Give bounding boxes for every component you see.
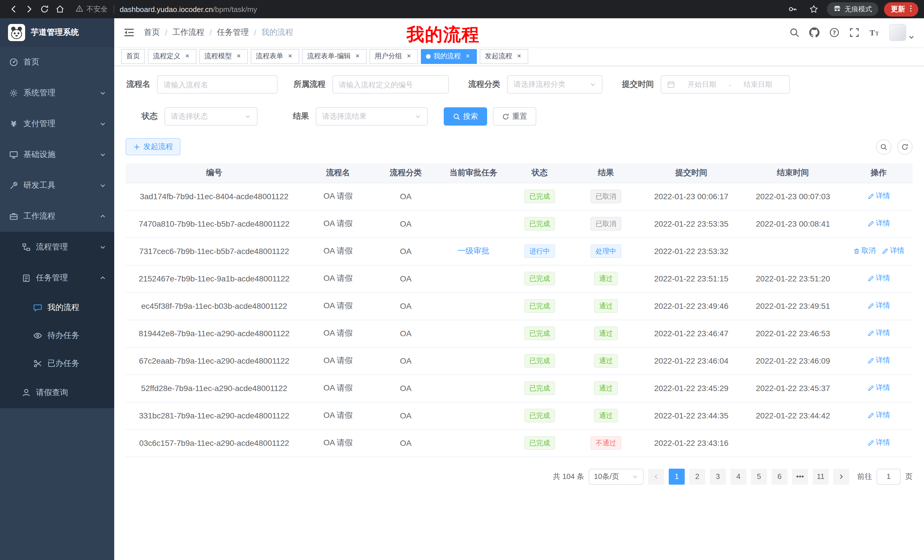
- sidebar-fold-icon[interactable]: [123, 27, 135, 38]
- show-search-toggle-icon[interactable]: [876, 139, 891, 154]
- tab-我的流程[interactable]: 我的流程×: [421, 49, 477, 64]
- page-button-3[interactable]: 3: [710, 469, 726, 484]
- page-button-5[interactable]: 5: [751, 469, 767, 484]
- sidebar-item-payment[interactable]: ¥支付管理: [0, 108, 114, 139]
- page-button-1[interactable]: 1: [669, 469, 685, 484]
- search-button[interactable]: 搜索: [444, 107, 487, 126]
- goto-page-input[interactable]: [877, 469, 901, 484]
- refresh-table-icon[interactable]: [897, 139, 913, 154]
- detail-link[interactable]: 详情: [867, 301, 890, 311]
- sidebar-item-my-process[interactable]: 我的流程: [0, 293, 114, 321]
- task-link[interactable]: 一级审批: [458, 246, 489, 255]
- close-icon[interactable]: ×: [405, 52, 413, 60]
- detail-link[interactable]: 详情: [867, 219, 890, 229]
- page-button-4[interactable]: 4: [730, 469, 746, 484]
- reload-icon[interactable]: [36, 1, 52, 17]
- page-buttons: 123456•••11: [648, 469, 849, 484]
- status-select[interactable]: 请选择状态: [165, 107, 258, 126]
- forward-icon[interactable]: [21, 1, 36, 17]
- sidebar-item-system[interactable]: 系统管理: [0, 78, 114, 108]
- category-select[interactable]: 请选择流程分类: [507, 75, 603, 94]
- update-chip[interactable]: 更新: [884, 2, 918, 16]
- detail-link[interactable]: 详情: [867, 383, 890, 393]
- eye-icon: [33, 331, 42, 340]
- chevron-down-icon: [99, 244, 106, 251]
- sidebar-item-task-mgmt[interactable]: 任务管理: [0, 263, 114, 293]
- app-logo[interactable]: 芋道管理系统: [0, 18, 114, 47]
- cell-id: 52ffd28e-7b9a-11ec-a290-acde48001122: [126, 374, 303, 402]
- bookmark-star-icon[interactable]: [806, 1, 821, 17]
- breadcrumb-separator: /: [254, 28, 256, 37]
- page-button-2[interactable]: 2: [689, 469, 705, 484]
- detail-link[interactable]: 详情: [867, 411, 890, 421]
- cell-task: 一级审批: [438, 238, 509, 265]
- detail-link[interactable]: 详情: [867, 192, 890, 201]
- reset-button[interactable]: 重置: [493, 107, 536, 126]
- tab-流程模型[interactable]: 流程模型×: [199, 49, 248, 64]
- chevron-up-icon: [99, 275, 106, 281]
- action-label: 详情: [876, 192, 890, 201]
- fullscreen-icon[interactable]: [849, 27, 860, 38]
- detail-link[interactable]: 详情: [882, 246, 904, 256]
- cell-id: 819442e8-7b9a-11ec-a290-acde48001122: [126, 320, 303, 347]
- sidebar-item-process-mgmt[interactable]: 流程管理: [0, 232, 114, 263]
- key-icon[interactable]: [784, 1, 800, 17]
- process-name-input[interactable]: [158, 75, 278, 94]
- breadcrumb-item[interactable]: 任务管理: [217, 27, 249, 38]
- chevron-down-icon: [415, 113, 422, 120]
- close-icon[interactable]: ×: [183, 52, 191, 60]
- close-icon[interactable]: ×: [235, 52, 243, 60]
- back-icon[interactable]: [6, 1, 21, 17]
- more-pages-button[interactable]: •••: [792, 469, 808, 484]
- create-process-button[interactable]: 发起流程: [126, 138, 180, 155]
- detail-link[interactable]: 详情: [867, 274, 890, 283]
- tab-发起流程[interactable]: 发起流程×: [480, 49, 528, 64]
- font-size-icon[interactable]: TT: [869, 27, 879, 38]
- detail-link[interactable]: 详情: [867, 356, 890, 365]
- breadcrumb-item[interactable]: 首页: [144, 27, 160, 38]
- tab-首页[interactable]: 首页: [121, 49, 145, 64]
- pencil-icon: [867, 412, 874, 419]
- svg-text:T: T: [870, 28, 875, 37]
- tab-流程表单[interactable]: 流程表单×: [251, 49, 299, 64]
- cell-category: OA: [374, 429, 438, 457]
- github-icon[interactable]: [809, 27, 819, 38]
- detail-link[interactable]: 详情: [867, 438, 890, 448]
- sidebar-item-infra[interactable]: 基础设施: [0, 139, 114, 170]
- close-icon[interactable]: ×: [354, 52, 362, 60]
- address-bar[interactable]: dashboard.yudao.iocoder.cn/bpm/task/my: [120, 5, 257, 13]
- sidebar-item-leave-query[interactable]: 请假查询: [0, 377, 114, 408]
- help-icon[interactable]: ?: [829, 27, 840, 38]
- search-icon[interactable]: [789, 27, 800, 38]
- cell-result: 已取消: [570, 183, 641, 210]
- sidebar-item-workflow[interactable]: 工作流程: [0, 201, 114, 232]
- user-menu[interactable]: [889, 24, 915, 41]
- cell-task: [438, 210, 509, 238]
- page-size-select[interactable]: 10条/页: [589, 469, 644, 484]
- tab-流程定义[interactable]: 流程定义×: [148, 49, 196, 64]
- detail-link[interactable]: 详情: [867, 328, 890, 338]
- result-select[interactable]: 请选择流结果: [316, 107, 428, 126]
- submit-time-range-picker[interactable]: 开始日期 - 结束日期: [661, 75, 790, 94]
- cancel-link[interactable]: 取消: [853, 246, 876, 256]
- prev-page-button[interactable]: [648, 469, 664, 484]
- next-page-button[interactable]: [833, 469, 849, 484]
- sidebar-item-todo-task[interactable]: 待办任务: [0, 321, 114, 349]
- close-icon[interactable]: ×: [515, 52, 523, 60]
- close-icon[interactable]: ×: [286, 52, 294, 60]
- page-button-6[interactable]: 6: [771, 469, 788, 484]
- tab-用户分组[interactable]: 用户分组×: [369, 49, 418, 64]
- cell-end-time: 2022-01-22 23:46:53: [741, 320, 844, 347]
- home-nav-icon[interactable]: [52, 1, 68, 17]
- sidebar-item-home[interactable]: 首页: [0, 47, 114, 78]
- page-button-11[interactable]: 11: [813, 469, 829, 484]
- tab-流程表单-编辑[interactable]: 流程表单-编辑×: [302, 49, 367, 64]
- sidebar-item-devtools[interactable]: 研发工具: [0, 170, 114, 201]
- sidebar-item-done-task[interactable]: 已办任务: [0, 349, 114, 377]
- site-security[interactable]: 不安全: [75, 4, 108, 14]
- process-def-input[interactable]: [332, 75, 449, 94]
- breadcrumb-item[interactable]: 工作流程: [172, 27, 204, 38]
- tab-label: 用户分组: [375, 51, 402, 61]
- cell-category: OA: [374, 210, 438, 238]
- close-icon[interactable]: ×: [464, 52, 472, 60]
